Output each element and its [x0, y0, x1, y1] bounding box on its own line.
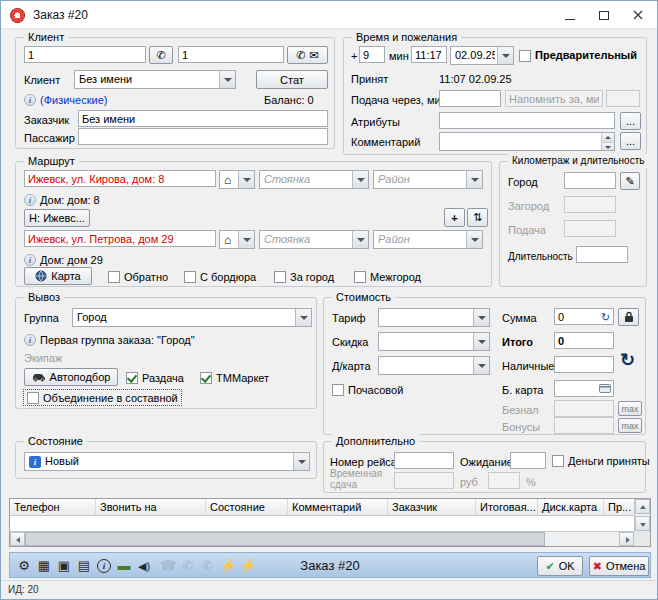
date-combo[interactable]: 02.09.25	[450, 46, 514, 65]
maximize-button[interactable]	[587, 1, 621, 29]
to-parking-combo[interactable]: Стоянка	[259, 230, 369, 249]
state-combo[interactable]: i Новый	[24, 452, 310, 471]
settings-icon[interactable]: ⚙	[15, 557, 33, 575]
customer-input[interactable]	[78, 110, 328, 127]
call-sms-button[interactable]: ✆✉	[287, 46, 328, 64]
waiting-input[interactable]	[510, 452, 546, 469]
chevron-down-icon[interactable]	[473, 333, 489, 350]
scroll-left-button[interactable]	[10, 532, 25, 546]
comment-input[interactable]	[439, 132, 615, 151]
group-combo[interactable]: Город	[72, 308, 312, 327]
chevron-down-icon[interactable]	[466, 171, 482, 188]
tmmarket-checkbox[interactable]: ТММаркет	[200, 370, 269, 385]
pickup-km-label: Подача	[508, 222, 546, 239]
cash-input[interactable]	[554, 356, 614, 373]
col-comment[interactable]: Комментарий	[288, 499, 388, 515]
info-icon[interactable]: i	[97, 559, 111, 573]
chevron-down-icon[interactable]	[466, 231, 482, 248]
sound-icon[interactable]: ◀)	[135, 557, 153, 575]
total-input[interactable]	[554, 332, 614, 349]
discount-combo[interactable]	[378, 332, 490, 351]
route-to-input[interactable]	[24, 230, 216, 247]
from-parking-combo[interactable]: Стоянка	[259, 170, 369, 189]
recalc-cash-icon[interactable]: ↻	[620, 352, 635, 369]
minutes-input[interactable]	[359, 46, 385, 63]
dcard-combo[interactable]	[378, 356, 490, 375]
chevron-down-icon[interactable]	[295, 309, 311, 326]
phone-input[interactable]	[24, 46, 146, 63]
intercity-checkbox[interactable]: Межгород	[354, 269, 421, 284]
copy-icon[interactable]: ▤	[75, 557, 93, 575]
horizontal-scrollbar[interactable]	[10, 531, 634, 546]
autoselect-button[interactable]: Автоподбор	[24, 368, 118, 386]
tariff-combo[interactable]	[378, 308, 490, 327]
hourly-checkbox[interactable]: Почасовой	[332, 382, 403, 397]
client-combo[interactable]: Без имени	[74, 70, 236, 89]
composite-checkbox[interactable]: Объединение в составной	[24, 390, 181, 405]
money-icon[interactable]: ▬	[115, 557, 133, 575]
minimize-button[interactable]	[553, 1, 587, 29]
col-extra[interactable]: Пр...	[604, 499, 636, 515]
spin-down-icon[interactable]	[602, 142, 614, 151]
add-stop-button[interactable]: +	[444, 208, 465, 227]
edit-km-button[interactable]: ✎	[620, 172, 640, 190]
passenger-input[interactable]	[78, 128, 328, 145]
windows-icon[interactable]: ▣	[55, 557, 73, 575]
from-point-button[interactable]: Н: Ижевс...	[24, 209, 90, 227]
spin-up-icon[interactable]	[602, 133, 614, 142]
chevron-down-icon[interactable]	[497, 47, 513, 64]
out-of-town-checkbox[interactable]: За город	[274, 269, 334, 284]
chevron-down-icon[interactable]	[352, 171, 368, 188]
col-disc-card[interactable]: Диск.карта	[538, 499, 604, 515]
chevron-down-icon[interactable]	[352, 231, 368, 248]
pickup-in-input[interactable]	[439, 90, 501, 107]
scroll-up-button[interactable]	[635, 499, 650, 514]
scroll-thumb[interactable]	[25, 532, 545, 546]
scroll-down-button[interactable]	[635, 516, 650, 531]
city-km-input[interactable]	[564, 172, 616, 189]
to-district-combo[interactable]: Район	[373, 230, 483, 249]
money-accepted-checkbox[interactable]: Деньги приняты	[552, 453, 650, 468]
cancel-button[interactable]: ✖ Отмена	[589, 556, 649, 576]
col-phone[interactable]: Телефон	[10, 499, 96, 515]
chevron-down-icon[interactable]	[238, 231, 254, 248]
from-district-combo[interactable]: Район	[373, 170, 483, 189]
attributes-more-button[interactable]: ...	[620, 112, 641, 130]
col-customer[interactable]: Заказчик	[388, 499, 476, 515]
ok-button[interactable]: ✔ OK	[537, 556, 583, 576]
phone2-input[interactable]	[178, 46, 284, 63]
comment-more-button[interactable]: ...	[620, 132, 641, 150]
duration-input[interactable]	[576, 246, 628, 263]
from-home-combo[interactable]: ⌂	[219, 170, 255, 189]
chevron-down-icon[interactable]	[473, 357, 489, 374]
vertical-scrollbar[interactable]	[634, 499, 650, 531]
comment-spinner[interactable]	[601, 133, 614, 150]
call-button[interactable]: ✆	[149, 46, 173, 64]
preliminary-checkbox[interactable]: Предварительный	[519, 48, 637, 63]
chevron-down-icon[interactable]	[473, 309, 489, 326]
col-state[interactable]: Состояние	[206, 499, 288, 515]
col-call-to[interactable]: Звонить на	[96, 499, 206, 515]
lock-sum-button[interactable]	[618, 308, 639, 326]
time-input[interactable]	[411, 46, 447, 63]
curb-checkbox[interactable]: С бордюра	[184, 269, 256, 284]
to-home-combo[interactable]: ⌂	[219, 230, 255, 249]
recalc-sum-icon[interactable]: ↻	[601, 309, 610, 326]
bank-card-icon[interactable]	[599, 383, 611, 395]
col-total[interactable]: Итоговая...	[476, 499, 538, 515]
distribution-checkbox[interactable]: Раздача	[126, 370, 184, 385]
chevron-down-icon[interactable]	[219, 71, 235, 88]
client-category-link[interactable]: (Физические)	[40, 92, 107, 109]
map-button[interactable]: Карта	[24, 267, 92, 285]
route-from-input[interactable]	[24, 170, 216, 187]
close-button[interactable]	[621, 1, 655, 29]
chevron-down-icon[interactable]	[293, 453, 309, 470]
calendar-icon[interactable]: ▦	[35, 557, 53, 575]
scroll-right-button[interactable]	[619, 532, 634, 546]
chevron-down-icon[interactable]	[238, 171, 254, 188]
flight-input[interactable]	[394, 452, 454, 469]
reorder-stops-button[interactable]: ⇅	[467, 208, 488, 227]
return-checkbox[interactable]: Обратно	[108, 269, 168, 284]
stat-button[interactable]: Стат	[256, 70, 328, 89]
attributes-input[interactable]	[439, 112, 615, 129]
